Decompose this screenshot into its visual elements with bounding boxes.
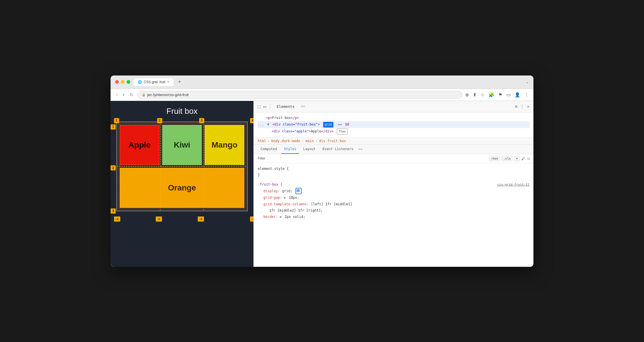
bookmark-icon[interactable]: ☆ [481, 92, 485, 98]
back-button[interactable]: ‹ [115, 92, 119, 98]
css-source-link[interactable]: css-grid-fruit:11 [497, 182, 529, 188]
sidebar-icon[interactable]: ▭ [506, 92, 511, 98]
tab-more-button[interactable]: ⌄ [526, 80, 529, 84]
grid-badge-dom[interactable]: grid [323, 122, 333, 128]
dom-triangle-2[interactable]: ▼ [267, 122, 269, 126]
dom-line-1: <p>Fruit box</p> [258, 115, 529, 122]
grid-inspector-icon[interactable] [295, 188, 302, 194]
css-prop-grid-template: grid-template-columns: [263, 202, 309, 206]
warning-icon[interactable]: ⚑ [498, 92, 502, 98]
css-block-element: element.style { } [258, 166, 529, 178]
css-prop-grid-gap: grid-gap: [263, 196, 282, 200]
css-prop-display: display: [263, 189, 280, 193]
hov-button[interactable]: :hov [489, 156, 500, 161]
tab-elements[interactable]: Elements [274, 103, 297, 110]
zoom-icon[interactable]: ⊕ [465, 92, 469, 98]
lock-icon: 🔒 [142, 93, 146, 97]
bc-main[interactable]: main [305, 139, 314, 143]
dom-attr-class: class= [283, 122, 295, 126]
css-val-display: grid; [282, 189, 292, 193]
close-button[interactable] [115, 80, 119, 84]
tab-more[interactable]: >> [301, 104, 305, 108]
devtools-menu-icon[interactable]: ⋮ [520, 104, 524, 109]
css-element-close: } [258, 172, 529, 178]
dom-tag-div: <div [272, 122, 283, 126]
tab-layout[interactable]: Layout [300, 145, 318, 154]
tab-bar: 🌐 CSS grid- fruit ✕ + ⌄ [134, 78, 529, 86]
dom-text-p: Fruit box [272, 116, 291, 120]
webpage-preview: Fruit box 1 2 3 4 [111, 101, 253, 267]
svg-rect-4 [298, 189, 299, 190]
url-text: jec.fyi/demo/css-grid-fruit [147, 93, 189, 97]
devtools-close-icon[interactable]: ✕ [527, 104, 529, 109]
css-val-grid-template: [left] 1fr [middle1] [311, 202, 352, 206]
toolbar-separator [270, 104, 270, 109]
tab-close-button[interactable]: ✕ [167, 80, 169, 84]
dom-closetag-p: </p> [291, 116, 299, 120]
dom-tag-p: <p> [266, 116, 272, 120]
tab-styles[interactable]: Styles [281, 145, 299, 154]
orange-cell: Orange [120, 168, 244, 208]
url-bar[interactable]: 🔒 jec.fyi/demo/css-grid-fruit [137, 91, 462, 99]
grid-badge-bottom-minus1: -1 [250, 216, 253, 222]
dom-val-apple: "apple" [294, 129, 309, 133]
tab-event-listeners[interactable]: Event Listeners [320, 145, 356, 154]
title-bar: 🌐 CSS grid- fruit ✕ + ⌄ [111, 75, 533, 89]
flex-badge-dom[interactable]: flex [337, 128, 348, 135]
grid-container: Apple Kiwi Mango Orange [116, 122, 248, 211]
fruit-box-selector: .fruit-box { [258, 182, 283, 187]
device-icon[interactable]: ▭ [263, 104, 266, 109]
bc-body[interactable]: body.dark-mode [271, 139, 300, 143]
dom-line-2[interactable]: ... ▼ <div class="fruit-box"> grid == $0 [258, 121, 529, 128]
share-icon[interactable]: ⬆ [473, 92, 477, 98]
css-grid-template-cont: 1fr [middle2] 1fr [right]; [258, 207, 529, 214]
content-area: Fruit box 1 2 3 4 [111, 101, 533, 267]
extensions-icon[interactable]: 🧩 [489, 92, 494, 98]
css-grid-template-line: grid-template-columns: [left] 1fr [middl… [258, 201, 529, 207]
plus-button[interactable]: + [514, 156, 520, 161]
page-title: Fruit box [116, 107, 248, 116]
styles-tabs: Computed Styles Layout Event Listeners >… [254, 145, 533, 154]
svg-rect-6 [298, 191, 299, 192]
fruit-grid: Apple Kiwi Mango Orange [117, 122, 247, 211]
new-tab-button[interactable]: + [176, 79, 183, 85]
bc-sep-2: › [302, 139, 304, 143]
filter-label[interactable]: Filter [258, 156, 487, 160]
grid-badge-left-1: 1 [111, 124, 116, 130]
active-tab[interactable]: 🌐 CSS grid- fruit ✕ [134, 78, 173, 86]
bc-fruit-box[interactable]: div.fruit-box [319, 139, 346, 143]
refresh-styles-icon[interactable]: ◁ [527, 156, 529, 161]
tab-computed[interactable]: Computed [258, 145, 280, 154]
css-triangle-border[interactable]: ▶ [280, 215, 284, 219]
dom-tag-div-apple: <div [272, 129, 282, 133]
dom-tag-div-close: > [318, 122, 320, 126]
minimize-button[interactable] [121, 80, 125, 84]
dom-attr-apple: class= [282, 129, 294, 133]
grid-badge-bottom-minus4: -4 [114, 216, 120, 222]
devtools-panel: ⬚ ▭ Elements >> ⚙ ⋮ ✕ <p>Fruit box</p> .… [253, 101, 533, 267]
cls-button[interactable]: .cls [501, 156, 513, 161]
inspector-icon[interactable]: ⬚ [258, 104, 261, 109]
menu-icon[interactable]: ⋮ [524, 92, 529, 98]
paint-icon[interactable]: 🖋 [521, 156, 525, 161]
filter-bar: Filter :hov .cls + 🖋 ◁ [254, 154, 533, 163]
forward-button[interactable]: › [122, 92, 125, 98]
css-triangle-gap[interactable]: ▶ [284, 196, 288, 200]
maximize-button[interactable] [127, 80, 130, 84]
devtools-toolbar: ⬚ ▭ Elements >> ⚙ ⋮ ✕ [254, 101, 533, 112]
settings-icon[interactable]: ⚙ [515, 104, 517, 109]
bc-sep-1: › [268, 139, 270, 143]
css-block-fruit-box: .fruit-box { css-grid-fruit:11 display: … [258, 182, 529, 220]
profile-icon[interactable]: 👤 [515, 92, 520, 98]
refresh-button[interactable]: ↻ [129, 92, 135, 98]
dom-tree: <p>Fruit box</p> ... ▼ <div class="fruit… [254, 112, 533, 138]
bc-html[interactable]: html [258, 139, 266, 143]
grid-badge-left-2: 2 [111, 165, 116, 170]
address-bar: ‹ › ↻ 🔒 jec.fyi/demo/css-grid-fruit ⊕ ⬆ … [111, 89, 533, 101]
apple-label: Apple [128, 140, 151, 150]
mango-label: Mango [212, 140, 237, 150]
styles-tab-more[interactable]: >> [359, 147, 363, 151]
grid-badge-bottom-minus2: -2 [198, 216, 204, 222]
css-border-line: border: ▶ 2px solid; [258, 214, 529, 220]
mango-cell: Mango [205, 125, 244, 165]
